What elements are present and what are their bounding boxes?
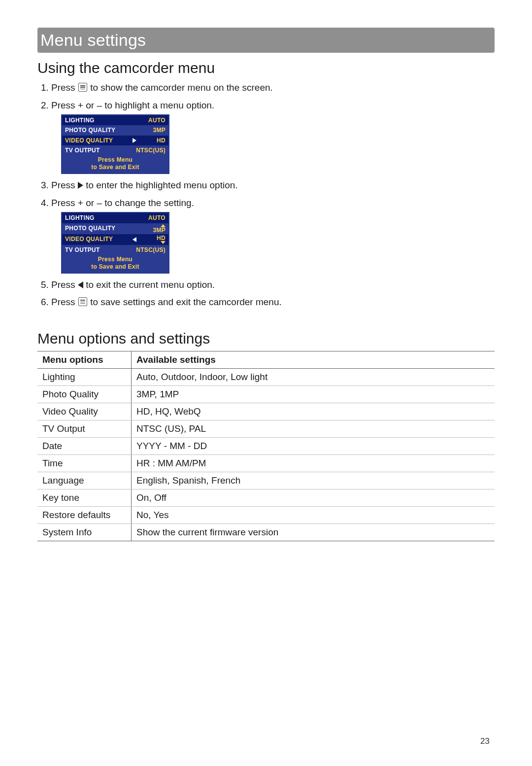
osd1-footer: Press Menu to Save and Exit [62, 155, 168, 173]
right-arrow-icon [78, 182, 83, 189]
cell-option: TV Output [37, 420, 132, 437]
left-arrow-icon [78, 281, 83, 288]
step-2: Press + or – to highlight a menu option.… [51, 99, 495, 174]
cell-option: Photo Quality [37, 385, 132, 403]
page-title: Menu settings [40, 31, 488, 50]
settings-table: Menu options Available settings Lighting… [37, 351, 495, 541]
osd2-row-photo: PHOTO QUALITY 3MP [62, 223, 168, 234]
osd-figure-2: LIGHTING AUTO PHOTO QUALITY 3MP VIDEO QU… [61, 212, 169, 273]
page-number: 23 [480, 736, 490, 746]
menu-button-icon [78, 83, 87, 92]
step-5: Press to exit the current menu option. [51, 279, 495, 291]
menu-button-icon [78, 297, 87, 306]
right-caret-icon [133, 138, 136, 143]
cell-settings: Show the current firmware version [132, 523, 495, 541]
cell-option: Date [37, 437, 132, 454]
cell-option: Language [37, 472, 132, 489]
osd2-row-lighting: LIGHTING AUTO [62, 213, 168, 223]
col-menu-options: Menu options [37, 351, 132, 368]
table-row: Key toneOn, Off [37, 489, 495, 506]
cell-option: Video Quality [37, 403, 132, 420]
table-row: Photo Quality3MP, 1MP [37, 385, 495, 403]
step-4: Press + or – to change the setting. LIGH… [51, 197, 495, 274]
cell-option: Time [37, 454, 132, 472]
step-1: Press to show the camcorder menu on the … [51, 81, 495, 94]
cell-option: Restore defaults [37, 506, 132, 523]
table-row: LanguageEnglish, Spanish, French [37, 472, 495, 489]
osd1-row-tv: TV OUTPUT NTSC(US) [62, 145, 168, 155]
osd2-footer: Press Menu to Save and Exit [62, 255, 168, 273]
osd-figure-1: LIGHTING AUTO PHOTO QUALITY 3MP VIDEO QU… [61, 114, 169, 174]
table-row: LightingAuto, Outdoor, Indoor, Low light [37, 368, 495, 385]
table-row: DateYYYY - MM - DD [37, 437, 495, 454]
cell-settings: 3MP, 1MP [132, 385, 495, 403]
table-row: TimeHR : MM AM/PM [37, 454, 495, 472]
osd1-row-lighting: LIGHTING AUTO [62, 115, 168, 125]
cell-settings: English, Spanish, French [132, 472, 495, 489]
table-row: TV OutputNTSC (US), PAL [37, 420, 495, 437]
steps-list: Press to show the camcorder menu on the … [37, 81, 495, 309]
section-using-menu: Using the camcorder menu [37, 60, 495, 76]
step-6: Press to save settings and exit the camc… [51, 296, 495, 309]
page-banner: Menu settings [37, 28, 495, 53]
table-row: Video QualityHD, HQ, WebQ [37, 403, 495, 420]
cell-settings: No, Yes [132, 506, 495, 523]
cell-settings: HD, HQ, WebQ [132, 403, 495, 420]
cell-settings: On, Off [132, 489, 495, 506]
table-row: System InfoShow the current firmware ver… [37, 523, 495, 541]
osd2-row-tv: TV OUTPUT NTSC(US) [62, 245, 168, 255]
caret-down-icon [161, 241, 166, 244]
cell-option: Key tone [37, 489, 132, 506]
cell-settings: NTSC (US), PAL [132, 420, 495, 437]
cell-settings: Auto, Outdoor, Indoor, Low light [132, 368, 495, 385]
osd2-row-video: VIDEO QUALITY HD [62, 234, 168, 245]
osd1-row-photo: PHOTO QUALITY 3MP [62, 125, 168, 135]
cell-option: Lighting [37, 368, 132, 385]
table-row: Restore defaultsNo, Yes [37, 506, 495, 523]
cell-settings: YYYY - MM - DD [132, 437, 495, 454]
section-menu-options: Menu options and settings [37, 330, 495, 347]
left-caret-icon [133, 237, 136, 242]
step-3: Press to enter the highlighted menu opti… [51, 179, 495, 192]
col-available: Available settings [132, 351, 495, 368]
osd1-row-video: VIDEO QUALITY HD [62, 136, 168, 145]
cell-settings: HR : MM AM/PM [132, 454, 495, 472]
cell-option: System Info [37, 523, 132, 541]
